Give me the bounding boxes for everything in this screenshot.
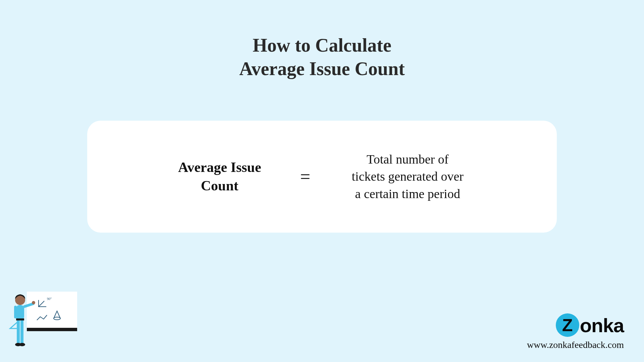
svg-rect-0: [27, 292, 77, 328]
page-title: How to Calculate Average Issue Count: [0, 0, 644, 80]
brand-logo: Z onka: [527, 313, 624, 337]
formula-card: Average Issue Count = Total number of ti…: [87, 121, 557, 233]
svg-rect-4: [16, 305, 24, 320]
svg-point-6: [32, 301, 35, 304]
svg-text:90°: 90°: [47, 297, 52, 301]
brand-logo-text: onka: [580, 314, 624, 337]
formula-right-line-1: Total number of: [330, 151, 485, 168]
svg-rect-1: [27, 328, 77, 331]
formula-right-line-3: a certain time period: [330, 185, 485, 202]
svg-point-11: [19, 343, 25, 346]
brand-url: www.zonkafeedback.com: [527, 340, 624, 350]
formula-right-term: Total number of tickets generated over a…: [330, 151, 485, 202]
formula-left-term: Average Issue Count: [159, 158, 280, 195]
equals-sign: =: [300, 166, 310, 187]
svg-rect-9: [20, 320, 23, 344]
formula-left-line-2: Count: [159, 177, 280, 195]
teacher-whiteboard-illustration: 90°: [7, 285, 80, 352]
title-line-1: How to Calculate: [0, 34, 644, 57]
svg-rect-7: [14, 306, 17, 318]
formula-left-line-1: Average Issue: [159, 158, 280, 177]
brand-block: Z onka www.zonkafeedback.com: [527, 313, 624, 350]
formula-right-line-2: tickets generated over: [330, 168, 485, 185]
title-line-2: Average Issue Count: [0, 57, 644, 80]
svg-rect-12: [16, 318, 24, 320]
svg-rect-8: [17, 320, 20, 344]
brand-logo-z: Z: [556, 313, 579, 337]
